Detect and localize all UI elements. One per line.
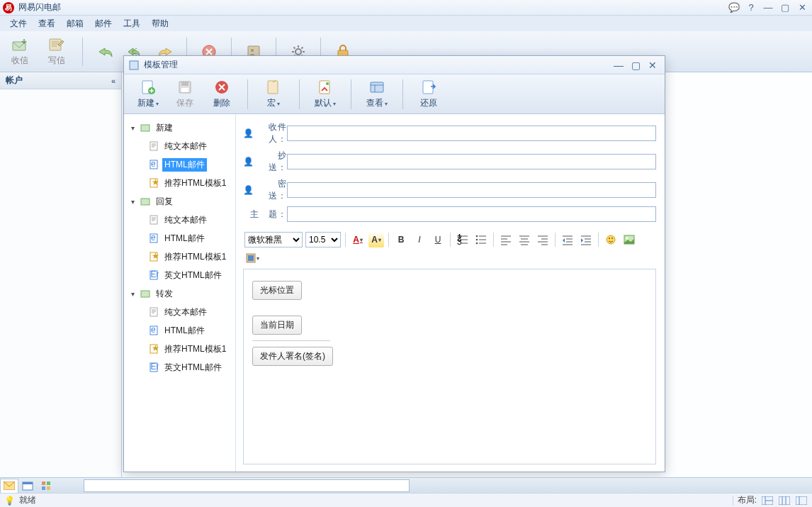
svg-text:★: ★ <box>152 252 159 261</box>
chat-icon[interactable]: 💬 <box>727 2 741 13</box>
bottom-search-input[interactable] <box>84 479 410 492</box>
chip-sender-signature[interactable]: 发件人署名(签名) <box>252 347 333 366</box>
maximize-button[interactable]: ▢ <box>778 2 792 13</box>
svg-rect-22 <box>268 81 278 94</box>
tree-label: 纯文本邮件 <box>162 213 209 227</box>
menu-view[interactable]: 查看 <box>34 16 60 31</box>
unordered-list-button[interactable] <box>473 232 489 247</box>
toolbar-view-button[interactable]: 查看▾ <box>361 77 393 111</box>
tree-node-new[interactable]: ▾ 新建 <box>124 118 235 137</box>
menu-mail[interactable]: 邮件 <box>91 16 116 31</box>
dialog-title: 模板管理 <box>144 59 611 71</box>
emoji-button[interactable] <box>603 232 619 247</box>
tree-label: 推荐HTML模板1 <box>162 250 228 264</box>
close-button[interactable]: ✕ <box>795 2 809 13</box>
layout-2-icon[interactable] <box>778 495 791 506</box>
html-file-icon: e <box>148 233 159 244</box>
tree-node-new-rec1[interactable]: ★ 推荐HTML模板1 <box>124 174 235 192</box>
folder-icon <box>140 122 151 133</box>
underline-button[interactable]: U <box>430 232 446 247</box>
svg-rect-36 <box>150 216 157 224</box>
indent-button[interactable] <box>578 232 594 247</box>
font-color-button[interactable]: A <box>350 232 366 247</box>
layout-3-icon[interactable] <box>795 495 808 506</box>
to-field[interactable] <box>287 126 656 141</box>
dialog-minimize-button[interactable]: — <box>611 59 626 72</box>
chip-cursor-position[interactable]: 光标位置 <box>252 281 302 300</box>
bold-button[interactable]: B <box>393 232 409 247</box>
highlight-button[interactable]: A <box>368 232 384 247</box>
toolbar-restore-button[interactable]: 还原 <box>413 77 444 111</box>
tab-apps-icon[interactable] <box>37 479 55 493</box>
tree-node-forward[interactable]: ▾ 转发 <box>124 284 235 303</box>
svg-rect-20 <box>181 88 188 92</box>
richtext-toolbar: 微软雅黑 10.5 A A B I U 123 <box>243 229 656 269</box>
tree-node-fwd-html[interactable]: e HTML邮件 <box>124 321 235 340</box>
chip-current-date[interactable]: 当前日期 <box>252 316 302 335</box>
outdent-button[interactable] <box>560 232 575 247</box>
tree-node-reply-rec1[interactable]: ★ 推荐HTML模板1 <box>124 247 235 266</box>
tree-node-fwd-plain[interactable]: 纯文本邮件 <box>124 303 235 321</box>
align-left-button[interactable] <box>498 232 514 247</box>
bcc-field[interactable] <box>287 182 656 198</box>
left-sidebar: 帐户 « <box>0 72 122 479</box>
write-button[interactable]: 写信 <box>43 36 71 67</box>
italic-button[interactable]: I <box>412 232 427 247</box>
toolbar-save-button[interactable]: 保存 <box>169 77 201 111</box>
restore-icon <box>420 79 437 96</box>
svg-rect-95 <box>42 486 45 490</box>
sidebar-collapse-icon[interactable]: « <box>111 77 115 85</box>
toolbar-default-button[interactable]: 默认▾ <box>310 77 341 111</box>
tree-node-reply[interactable]: ▾ 回复 <box>124 192 235 211</box>
toolbar-new-button[interactable]: 新建▾ <box>132 77 164 111</box>
menu-tools[interactable]: 工具 <box>119 16 145 31</box>
sidebar-header: 帐户 « <box>0 72 121 89</box>
tree-node-new-plain[interactable]: 纯文本邮件 <box>124 137 235 155</box>
insert-button[interactable] <box>244 250 260 266</box>
menu-mailbox[interactable]: 邮箱 <box>62 16 88 31</box>
tree-node-reply-html[interactable]: e HTML邮件 <box>124 229 235 247</box>
tab-mail-icon[interactable] <box>0 479 18 493</box>
tree-label: 英文HTML邮件 <box>162 361 224 374</box>
tab-calendar-icon[interactable] <box>18 479 37 493</box>
html-file-icon: e <box>148 159 159 170</box>
editor-body[interactable]: 光标位置 当前日期 发件人署名(签名) <box>244 269 655 464</box>
tree-node-fwd-en[interactable]: En 英文HTML邮件 <box>124 358 235 377</box>
font-family-select[interactable]: 微软雅黑 <box>244 232 303 247</box>
align-right-button[interactable] <box>535 232 551 247</box>
svg-point-85 <box>611 238 613 239</box>
svg-rect-25 <box>371 82 383 92</box>
person-icon: 👤 <box>243 128 254 138</box>
toolbar-delete-button[interactable]: 删除 <box>206 77 237 111</box>
svg-rect-93 <box>42 481 45 485</box>
ordered-list-button[interactable]: 123 <box>455 232 470 247</box>
layout-1-icon[interactable] <box>761 495 774 506</box>
macro-icon <box>265 79 282 96</box>
receive-button[interactable]: 收信 <box>6 36 34 67</box>
image-button[interactable] <box>621 232 637 247</box>
subject-field[interactable] <box>287 206 656 222</box>
tree-node-fwd-rec1[interactable]: ★ 推荐HTML模板1 <box>124 340 235 358</box>
svg-point-5 <box>295 49 301 55</box>
menu-file[interactable]: 文件 <box>6 16 31 31</box>
cc-field[interactable] <box>287 154 656 169</box>
toolbar-macro-button[interactable]: 宏▾ <box>258 77 289 111</box>
toolbar-new-label: 新建 <box>137 98 154 108</box>
align-center-button[interactable] <box>517 232 532 247</box>
help-icon[interactable]: ? <box>744 2 758 13</box>
dialog-close-button[interactable]: ✕ <box>645 59 660 72</box>
menu-help[interactable]: 帮助 <box>147 16 173 31</box>
toolbar-delete-label: 删除 <box>213 97 230 109</box>
toolbar-view-label: 查看 <box>366 98 383 108</box>
default-icon <box>317 79 334 96</box>
template-tree: ▾ 新建 纯文本邮件 e HTML邮件 ★ 推荐HTML模板1 ▾ 回复 <box>124 114 236 472</box>
font-size-select[interactable]: 10.5 <box>305 232 341 247</box>
reply-button[interactable] <box>94 43 115 60</box>
tree-node-new-html[interactable]: e HTML邮件 <box>124 155 235 174</box>
dialog-maximize-button[interactable]: ▢ <box>628 59 643 72</box>
dialog-titlebar[interactable]: 模板管理 — ▢ ✕ <box>124 56 665 74</box>
minimize-button[interactable]: — <box>761 2 775 13</box>
svg-line-10 <box>294 47 295 48</box>
tree-node-reply-en[interactable]: En 英文HTML邮件 <box>124 266 235 284</box>
tree-node-reply-plain[interactable]: 纯文本邮件 <box>124 211 235 229</box>
